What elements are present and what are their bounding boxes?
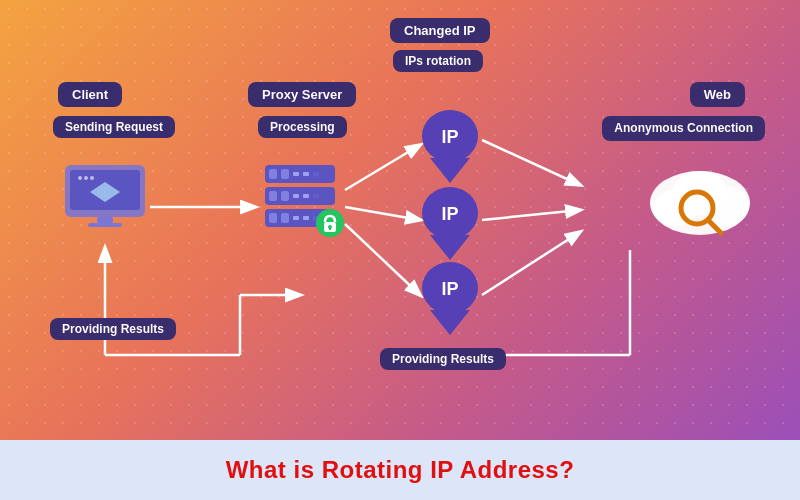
diagram-area: Changed IP IPs rotation Client Sending R… [0, 0, 800, 440]
svg-line-3 [345, 224, 420, 295]
svg-point-17 [78, 176, 82, 180]
main-container: Changed IP IPs rotation Client Sending R… [0, 0, 800, 500]
svg-rect-33 [303, 194, 309, 198]
footer-title: What is Rotating IP Address? [226, 456, 575, 484]
svg-rect-37 [281, 213, 289, 223]
svg-text:IP: IP [441, 204, 458, 224]
proxy-server-badge: Proxy Server [248, 82, 356, 107]
svg-rect-25 [281, 169, 289, 179]
svg-line-2 [345, 207, 420, 220]
svg-marker-49 [430, 235, 470, 260]
svg-rect-21 [97, 217, 113, 223]
processing-badge: Processing [258, 116, 347, 138]
svg-rect-31 [281, 191, 289, 201]
client-badge: Client [58, 82, 122, 107]
svg-rect-26 [293, 172, 299, 176]
svg-rect-28 [313, 172, 319, 176]
svg-rect-22 [88, 223, 122, 227]
svg-line-6 [482, 232, 580, 295]
ip-pin-middle: IP [420, 185, 480, 264]
svg-line-4 [482, 140, 580, 185]
svg-rect-27 [303, 172, 309, 176]
ips-rotation-badge: IPs rotation [393, 50, 483, 72]
web-cloud-icon [645, 158, 755, 248]
svg-point-19 [90, 176, 94, 180]
svg-rect-36 [269, 213, 277, 223]
svg-rect-32 [293, 194, 299, 198]
footer-bar: What is Rotating IP Address? [0, 440, 800, 500]
sending-request-badge: Sending Request [53, 116, 175, 138]
svg-point-60 [687, 198, 707, 218]
anon-badge: Anonymous Connection [602, 116, 765, 141]
svg-point-18 [84, 176, 88, 180]
svg-rect-24 [269, 169, 277, 179]
svg-rect-44 [329, 227, 331, 230]
web-badge: Web [690, 82, 745, 107]
svg-marker-46 [430, 158, 470, 183]
ip-pin-bottom: IP [420, 260, 480, 339]
svg-marker-52 [430, 310, 470, 335]
svg-line-1 [345, 145, 420, 190]
providing-results-bottom-badge: Providing Results [380, 348, 506, 370]
svg-rect-38 [293, 216, 299, 220]
svg-rect-30 [269, 191, 277, 201]
changed-ip-badge: Changed IP [390, 18, 490, 43]
svg-text:IP: IP [441, 127, 458, 147]
proxy-server-icon [255, 155, 345, 245]
svg-rect-39 [303, 216, 309, 220]
providing-results-left-badge: Providing Results [50, 318, 176, 340]
client-icon [60, 160, 150, 230]
svg-line-5 [482, 210, 580, 220]
svg-text:IP: IP [441, 279, 458, 299]
ip-pin-top: IP [420, 108, 480, 187]
svg-rect-34 [313, 194, 319, 198]
